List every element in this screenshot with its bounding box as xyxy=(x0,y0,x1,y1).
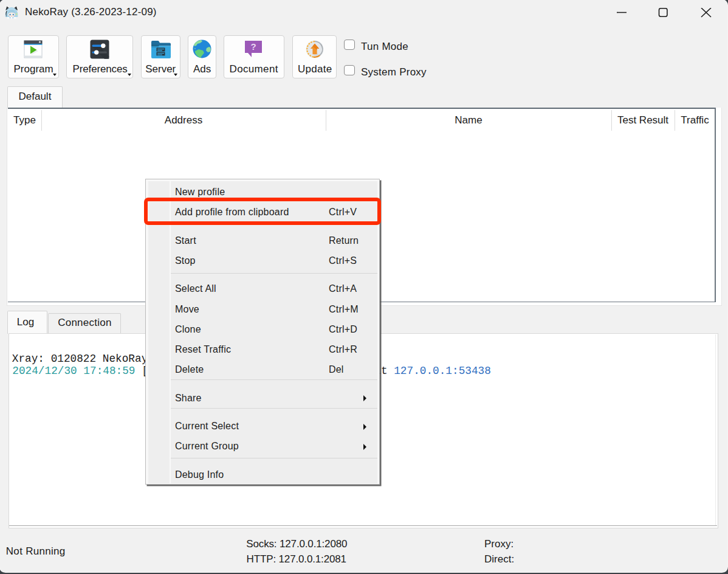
svg-text:?: ? xyxy=(250,41,256,52)
